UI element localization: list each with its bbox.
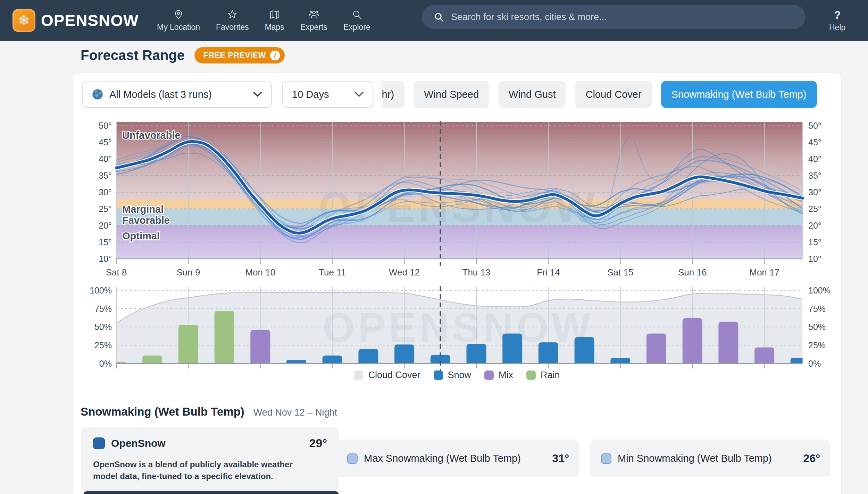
summary-title: Snowmaking (Wet Bulb Temp) <box>81 405 244 418</box>
models-select[interactable]: All Models (last 3 runs) <box>82 81 272 108</box>
legend-swatch-snow <box>434 370 443 380</box>
model-name: OpenSnow <box>111 437 166 449</box>
nav-item-label: Maps <box>265 23 284 32</box>
days-select[interactable]: 10 Days <box>282 81 373 108</box>
nav-item-favorites[interactable]: Favorites <box>216 9 249 32</box>
opensnow-swatch <box>93 437 105 449</box>
toggle-wind-gust[interactable]: Wind Gust <box>498 81 566 108</box>
toggle-wind-speed[interactable]: Wind Speed <box>414 81 489 108</box>
chevron-down-icon <box>253 92 262 97</box>
help-button[interactable]: ? Help <box>829 0 845 41</box>
nav-item-label: Favorites <box>216 23 249 32</box>
nav-item-explore[interactable]: Explore <box>343 9 370 32</box>
model-description: OpenSnow is a blend of publicly availabl… <box>93 459 312 482</box>
globe-icon <box>92 89 103 100</box>
nav-item-label: Explore <box>343 23 370 32</box>
legend-item-mix[interactable]: Mix <box>484 370 513 381</box>
legend-swatch-rain <box>526 370 536 380</box>
pin-icon <box>173 9 184 20</box>
max-label: Max Snowmaking (Wet Bulb Temp) <box>364 453 521 464</box>
min-value: 26° <box>803 452 820 465</box>
search-placeholder: Search for ski resorts, cities & more... <box>451 12 607 23</box>
page-header: Forecast Range FREE PREVIEW i <box>81 47 285 63</box>
toggle-precipitation-12-hr[interactable]: Precipitation (12 hr) <box>382 81 404 108</box>
nav-item-label: My Location <box>157 23 200 32</box>
chevron-down-icon <box>354 92 364 97</box>
info-icon: i <box>270 51 280 60</box>
page: ❄ OPENSNOW My LocationFavoritesMapsExper… <box>0 0 868 494</box>
min-label: Min Snowmaking (Wet Bulb Temp) <box>618 453 772 464</box>
free-preview-badge[interactable]: FREE PREVIEW i <box>194 47 285 63</box>
max-swatch <box>347 453 358 464</box>
legend-swatch-mix <box>484 370 494 380</box>
nav-item-label: Experts <box>300 23 327 32</box>
nav-item-my-location[interactable]: My Location <box>157 9 200 32</box>
opensnow-logo-icon: ❄ <box>12 9 35 32</box>
legend-item-rain[interactable]: Rain <box>526 370 560 381</box>
brand-text: OPENSNOW <box>41 11 139 30</box>
toggle-snowmaking-wet-bulb-temp[interactable]: Snowmaking (Wet Bulb Temp) <box>661 81 817 108</box>
search-icon <box>434 12 444 22</box>
filter-divider <box>381 82 381 107</box>
nav-item-maps[interactable]: Maps <box>265 9 284 32</box>
legend-item-snow[interactable]: Snow <box>434 370 471 381</box>
legend-item-cloud[interactable]: Cloud Cover <box>354 370 420 381</box>
legend-swatch-cloud <box>354 370 363 380</box>
opensnow-model-card[interactable]: OpenSnow 29° OpenSnow is a blend of publ… <box>81 427 339 491</box>
opensnow-brand[interactable]: ❄ OPENSNOW <box>12 0 139 41</box>
toggle-cloud-cover[interactable]: Cloud Cover <box>575 81 652 108</box>
min-swatch <box>601 453 611 464</box>
max-snowmaking-card[interactable]: Max Snowmaking (Wet Bulb Temp) 31° <box>336 440 579 477</box>
question-mark-icon: ? <box>834 9 841 22</box>
nav-item-experts[interactable]: Experts <box>300 9 327 32</box>
people-icon <box>308 9 319 20</box>
max-value: 31° <box>552 452 569 465</box>
page-title: Forecast Range <box>81 48 185 63</box>
star-icon <box>227 9 238 20</box>
summary-header: Snowmaking (Wet Bulb Temp) Wed Nov 12 – … <box>81 405 337 418</box>
next-card-peek <box>83 491 339 494</box>
min-snowmaking-card[interactable]: Min Snowmaking (Wet Bulb Temp) 26° <box>590 440 831 477</box>
summary-subtitle: Wed Nov 12 – Night <box>253 407 337 418</box>
model-value: 29° <box>309 436 327 450</box>
top-nav: ❄ OPENSNOW My LocationFavoritesMapsExper… <box>0 0 868 41</box>
metric-toggle-strip: Precipitation (12 hr)Wind SpeedWind Gust… <box>382 81 837 108</box>
search-input[interactable]: Search for ski resorts, cities & more... <box>422 5 806 29</box>
magnifier-icon <box>351 9 362 20</box>
map-icon <box>269 9 280 20</box>
nav-menu: My LocationFavoritesMapsExpertsExplore <box>157 0 370 41</box>
chart-legend: Cloud CoverSnowMixRain <box>73 370 841 381</box>
